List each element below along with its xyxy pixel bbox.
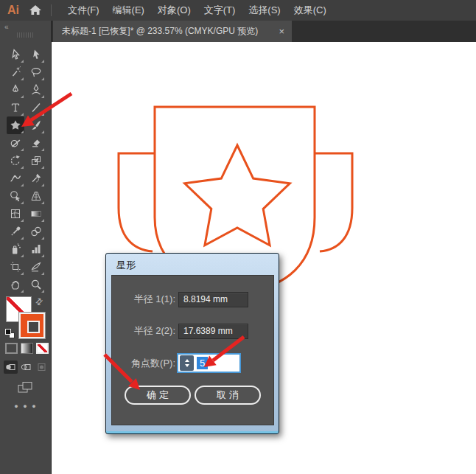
eraser-tool[interactable] bbox=[27, 134, 45, 152]
zoom-tool[interactable] bbox=[27, 276, 45, 293]
shaper-tool[interactable] bbox=[7, 134, 24, 152]
paint-style-row bbox=[5, 343, 49, 354]
rotate-tool-icon bbox=[10, 155, 21, 167]
document-tab-title: 未标题-1 [已恢复]* @ 233.57% (CMYK/GPU 预览) bbox=[62, 25, 274, 38]
panel-drag-handle[interactable] bbox=[17, 32, 35, 38]
home-button[interactable] bbox=[29, 5, 41, 15]
draw-inside-button[interactable] bbox=[35, 360, 49, 374]
document-tab[interactable]: 未标题-1 [已恢复]* @ 233.57% (CMYK/GPU 预览) × bbox=[53, 21, 292, 42]
blend-tool[interactable] bbox=[27, 223, 45, 240]
lasso-tool[interactable] bbox=[27, 63, 45, 81]
line-segment-tool-icon bbox=[30, 102, 42, 114]
perspective-grid-tool[interactable] bbox=[27, 187, 45, 205]
column-graph-tool[interactable] bbox=[27, 240, 45, 258]
line-segment-tool[interactable] bbox=[27, 99, 45, 116]
radius2-label: 半径 2(2): bbox=[115, 324, 175, 338]
lasso-tool-icon bbox=[30, 66, 42, 78]
gradient-button[interactable] bbox=[21, 343, 33, 354]
menu-type[interactable]: 文字(T) bbox=[197, 4, 242, 17]
puppet-warp-tool-icon bbox=[30, 172, 42, 184]
magic-wand-tool[interactable] bbox=[7, 63, 24, 81]
menu-effect[interactable]: 效果(C) bbox=[287, 4, 333, 17]
mesh-tool[interactable] bbox=[7, 205, 24, 223]
puppet-warp-tool[interactable] bbox=[27, 170, 45, 187]
slice-tool[interactable] bbox=[27, 258, 45, 276]
hand-tool[interactable] bbox=[7, 276, 24, 293]
type-tool-icon bbox=[10, 102, 21, 114]
direct-selection-tool[interactable] bbox=[27, 46, 45, 63]
symbol-sprayer-tool-icon bbox=[10, 243, 21, 255]
zoom-tool-icon bbox=[30, 279, 42, 290]
tab-close-icon[interactable]: × bbox=[277, 26, 286, 37]
scale-tool[interactable] bbox=[27, 152, 45, 170]
points-input[interactable]: 5 bbox=[177, 353, 241, 373]
trophy-right-handle-path bbox=[315, 153, 352, 251]
menu-edit[interactable]: 编辑(E) bbox=[106, 4, 151, 17]
tool-grid bbox=[7, 46, 45, 293]
artboard-tool[interactable] bbox=[7, 258, 24, 276]
points-label: 角点数(P): bbox=[115, 357, 175, 370]
app-logo: Ai bbox=[7, 4, 19, 17]
swap-fill-stroke-icon[interactable]: ⇄ bbox=[33, 295, 46, 307]
edit-toolbar-ellipsis[interactable]: ● ● ● bbox=[0, 402, 52, 410]
document-tab-bar: 未标题-1 [已恢复]* @ 233.57% (CMYK/GPU 预览) × bbox=[52, 21, 476, 42]
width-tool-icon bbox=[10, 172, 21, 184]
shape-builder-tool[interactable] bbox=[7, 187, 24, 205]
slice-tool-icon bbox=[30, 261, 42, 273]
draw-behind-button[interactable] bbox=[19, 360, 33, 374]
radius2-row: 半径 2(2): 17.6389 mm bbox=[112, 323, 273, 339]
menu-file[interactable]: 文件(F) bbox=[61, 4, 106, 17]
eyedropper-tool[interactable] bbox=[7, 223, 24, 240]
draw-inside-icon bbox=[36, 363, 47, 372]
menu-select[interactable]: 选择(S) bbox=[242, 4, 287, 17]
eyedropper-tool-icon bbox=[10, 226, 21, 237]
cancel-button[interactable]: 取消 bbox=[195, 386, 261, 405]
points-row: 角点数(P): 5 bbox=[112, 353, 273, 373]
paintbrush-tool[interactable] bbox=[27, 116, 45, 134]
gradient-tool[interactable] bbox=[27, 205, 45, 223]
curvature-tool[interactable] bbox=[27, 81, 45, 99]
default-fill-stroke-button[interactable] bbox=[5, 329, 15, 339]
screen-mode-icon bbox=[18, 381, 33, 394]
change-screen-mode-button[interactable] bbox=[18, 381, 33, 397]
spinner-down-icon[interactable] bbox=[185, 364, 189, 367]
collapse-panel-icon[interactable]: « bbox=[4, 23, 10, 31]
dialog-title: 星形 bbox=[116, 259, 136, 272]
artboard-tool-icon bbox=[10, 261, 21, 273]
width-tool[interactable] bbox=[7, 170, 24, 187]
none-button[interactable] bbox=[36, 343, 49, 354]
draw-normal-button[interactable] bbox=[4, 360, 18, 374]
selection-tool-icon bbox=[10, 49, 21, 60]
radius2-input[interactable]: 17.6389 mm bbox=[178, 324, 248, 339]
pen-tool[interactable] bbox=[7, 81, 24, 99]
shape-builder-tool-icon bbox=[10, 190, 21, 202]
column-graph-tool-icon bbox=[30, 243, 42, 255]
eraser-tool-icon bbox=[30, 137, 42, 149]
star-shape-path bbox=[185, 145, 290, 245]
rotate-tool[interactable] bbox=[7, 152, 24, 170]
direct-selection-tool-icon bbox=[30, 49, 42, 60]
home-icon bbox=[29, 5, 41, 15]
menu-object[interactable]: 对象(O) bbox=[151, 4, 197, 17]
star-tool[interactable] bbox=[7, 116, 24, 134]
spinner-up-icon[interactable] bbox=[185, 359, 189, 362]
star-tool-icon bbox=[10, 119, 21, 131]
color-button[interactable] bbox=[5, 343, 18, 354]
tools-panel: « ⇄ bbox=[0, 21, 52, 474]
radius1-label: 半径 1(1): bbox=[115, 293, 175, 306]
type-tool[interactable] bbox=[7, 99, 24, 116]
radius1-row: 半径 1(1): 8.8194 mm bbox=[112, 291, 273, 307]
dialog-body: 半径 1(1): 8.8194 mm 半径 2(2): 17.6389 mm 角… bbox=[111, 275, 274, 425]
points-value-selected: 5 bbox=[197, 357, 208, 369]
draw-normal-icon bbox=[5, 363, 16, 372]
stroke-swatch-orange[interactable] bbox=[19, 313, 45, 338]
star-dialog: 星形 半径 1(1): 8.8194 mm 半径 2(2): 17.6389 m… bbox=[105, 253, 279, 434]
menubar-divider bbox=[51, 4, 52, 16]
hand-tool-icon bbox=[10, 279, 21, 290]
radius1-input[interactable]: 8.8194 mm bbox=[178, 292, 248, 307]
paintbrush-tool-icon bbox=[30, 119, 42, 131]
selection-tool[interactable] bbox=[7, 46, 24, 63]
blend-tool-icon bbox=[30, 226, 42, 237]
ok-button[interactable]: 确定 bbox=[125, 386, 191, 405]
symbol-sprayer-tool[interactable] bbox=[7, 240, 24, 258]
